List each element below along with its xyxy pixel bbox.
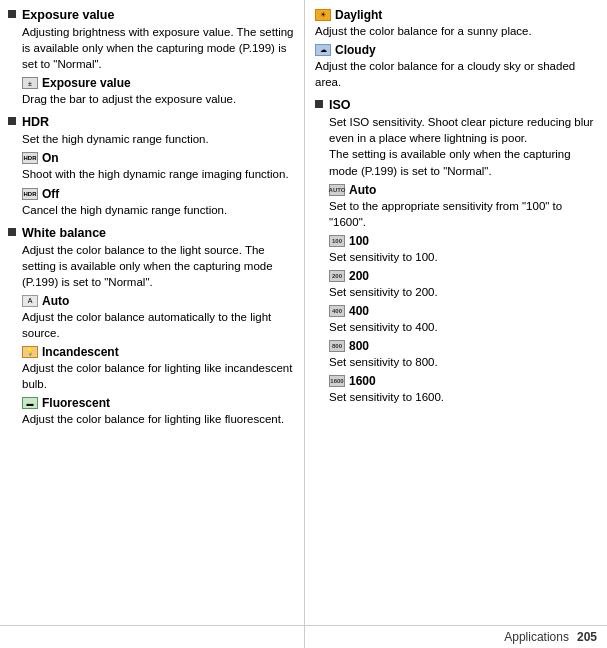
section-header-iso: ISO (315, 98, 599, 112)
item-desc-iso-200: Set sensitivity to 200. (329, 284, 599, 300)
iso-1600-icon: 1600 (329, 375, 345, 387)
iso-400-icon: 400 (329, 305, 345, 317)
item-name-cloudy: Cloudy (335, 43, 376, 57)
item-name-hdr-on: On (42, 151, 59, 165)
bullet-wb (8, 228, 16, 236)
right-column: ☀ Daylight Adjust the color balance for … (305, 0, 607, 648)
fluorescent-icon: ▬ (22, 397, 38, 409)
iso-auto-icon: AUTO (329, 184, 345, 196)
item-iso-400: 400 400 Set sensitivity to 400. (329, 304, 599, 335)
hdr-on-icon: HDR (22, 152, 38, 164)
section-white-balance: White balance Adjust the color balance t… (8, 226, 294, 428)
section-title-iso: ISO (329, 98, 351, 112)
item-name-iso-auto: Auto (349, 183, 376, 197)
item-desc-wb-auto: Adjust the color balance automatically t… (22, 309, 294, 341)
item-header-iso-200: 200 200 (329, 269, 599, 283)
daylight-icon: ☀ (315, 9, 331, 21)
section-exposure-value: Exposure value Adjusting brightness with… (8, 8, 294, 107)
section-hdr: HDR Set the high dynamic range function.… (8, 115, 294, 217)
item-name-daylight: Daylight (335, 8, 382, 22)
item-header-exposure-value: ± Exposure value (22, 76, 294, 90)
item-fluorescent: ▬ Fluorescent Adjust the color balance f… (22, 396, 294, 427)
iso-200-icon: 200 (329, 270, 345, 282)
item-name-incandescent: Incandescent (42, 345, 119, 359)
incandescent-icon: 💡 (22, 346, 38, 358)
cloudy-icon: ☁ (315, 44, 331, 56)
item-iso-auto: AUTO Auto Set to the appropriate sensiti… (329, 183, 599, 230)
section-body-hdr: Set the high dynamic range function. (22, 131, 294, 147)
item-name-iso-100: 100 (349, 234, 369, 248)
bullet-exposure (8, 10, 16, 18)
exposure-icon: ± (22, 77, 38, 89)
item-desc-incandescent: Adjust the color balance for lighting li… (22, 360, 294, 392)
bullet-hdr (8, 117, 16, 125)
item-desc-iso-800: Set sensitivity to 800. (329, 354, 599, 370)
item-name-iso-800: 800 (349, 339, 369, 353)
section-title-hdr: HDR (22, 115, 49, 129)
item-desc-iso-100: Set sensitivity to 100. (329, 249, 599, 265)
item-iso-100: 100 100 Set sensitivity to 100. (329, 234, 599, 265)
item-desc-daylight: Adjust the color balance for a sunny pla… (315, 23, 599, 39)
item-header-fluorescent: ▬ Fluorescent (22, 396, 294, 410)
item-name-wb-auto: Auto (42, 294, 69, 308)
item-desc-cloudy: Adjust the color balance for a cloudy sk… (315, 58, 599, 90)
item-hdr-off: HDR Off Cancel the high dynamic range fu… (22, 187, 294, 218)
item-iso-1600: 1600 1600 Set sensitivity to 1600. (329, 374, 599, 405)
item-header-hdr-off: HDR Off (22, 187, 294, 201)
item-incandescent: 💡 Incandescent Adjust the color balance … (22, 345, 294, 392)
iso-100-icon: 100 (329, 235, 345, 247)
item-wb-auto: A Auto Adjust the color balance automati… (22, 294, 294, 341)
bullet-iso (315, 100, 323, 108)
wb-auto-icon: A (22, 295, 38, 307)
left-column: Exposure value Adjusting brightness with… (0, 0, 305, 648)
item-name-exposure-value: Exposure value (42, 76, 131, 90)
item-desc-iso-auto: Set to the appropriate sensitivity from … (329, 198, 599, 230)
item-header-iso-400: 400 400 (329, 304, 599, 318)
footer: Applications 205 (0, 625, 607, 648)
item-name-iso-400: 400 (349, 304, 369, 318)
item-hdr-on: HDR On Shoot with the high dynamic range… (22, 151, 294, 182)
page-container: Exposure value Adjusting brightness with… (0, 0, 607, 648)
item-header-cloudy: ☁ Cloudy (315, 43, 599, 57)
item-name-iso-200: 200 (349, 269, 369, 283)
item-header-iso-800: 800 800 (329, 339, 599, 353)
footer-label: Applications (504, 630, 569, 644)
item-header-incandescent: 💡 Incandescent (22, 345, 294, 359)
section-body-wb: Adjust the color balance to the light so… (22, 242, 294, 290)
footer-page: 205 (577, 630, 597, 644)
item-desc-fluorescent: Adjust the color balance for lighting li… (22, 411, 294, 427)
item-iso-800: 800 800 Set sensitivity to 800. (329, 339, 599, 370)
item-exposure-value: ± Exposure value Drag the bar to adjust … (22, 76, 294, 107)
section-daylight-cloudy: ☀ Daylight Adjust the color balance for … (315, 8, 599, 90)
item-desc-exposure-value: Drag the bar to adjust the exposure valu… (22, 91, 294, 107)
section-title-exposure: Exposure value (22, 8, 114, 22)
item-desc-iso-400: Set sensitivity to 400. (329, 319, 599, 335)
item-header-hdr-on: HDR On (22, 151, 294, 165)
item-iso-200: 200 200 Set sensitivity to 200. (329, 269, 599, 300)
item-name-iso-1600: 1600 (349, 374, 376, 388)
section-title-wb: White balance (22, 226, 106, 240)
item-header-iso-1600: 1600 1600 (329, 374, 599, 388)
item-daylight: ☀ Daylight Adjust the color balance for … (315, 8, 599, 39)
section-body-exposure: Adjusting brightness with exposure value… (22, 24, 294, 72)
section-body-iso: Set ISO sensitivity. Shoot clear picture… (329, 114, 599, 178)
item-header-iso-auto: AUTO Auto (329, 183, 599, 197)
item-name-fluorescent: Fluorescent (42, 396, 110, 410)
item-header-iso-100: 100 100 (329, 234, 599, 248)
iso-800-icon: 800 (329, 340, 345, 352)
section-header-exposure: Exposure value (8, 8, 294, 22)
item-cloudy: ☁ Cloudy Adjust the color balance for a … (315, 43, 599, 90)
item-name-hdr-off: Off (42, 187, 59, 201)
item-desc-hdr-on: Shoot with the high dynamic range imagin… (22, 166, 294, 182)
item-header-wb-auto: A Auto (22, 294, 294, 308)
section-header-hdr: HDR (8, 115, 294, 129)
item-desc-hdr-off: Cancel the high dynamic range function. (22, 202, 294, 218)
item-header-daylight: ☀ Daylight (315, 8, 599, 22)
section-iso: ISO Set ISO sensitivity. Shoot clear pic… (315, 98, 599, 405)
section-header-wb: White balance (8, 226, 294, 240)
item-desc-iso-1600: Set sensitivity to 1600. (329, 389, 599, 405)
hdr-off-icon: HDR (22, 188, 38, 200)
